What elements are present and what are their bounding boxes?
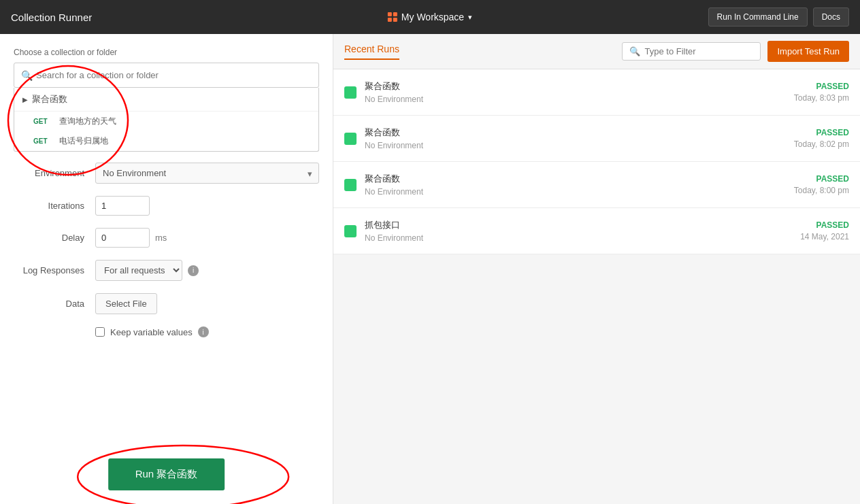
- run-item[interactable]: 聚合函数 No Environment PASSED Today, 8:03 p…: [333, 69, 860, 116]
- run-status-dot: [344, 225, 357, 237]
- run-env: No Environment: [365, 187, 786, 197]
- delay-control: ms: [95, 228, 319, 248]
- run-result: PASSED Today, 8:03 pm: [794, 82, 849, 103]
- runs-list: 聚合函数 No Environment PASSED Today, 8:03 p…: [333, 69, 860, 254]
- run-button[interactable]: Run 聚合函数: [108, 458, 225, 490]
- environment-control: No Environment ▾: [95, 163, 319, 184]
- delay-label: Delay: [14, 233, 95, 243]
- choose-label: Choose a collection or folder: [14, 48, 319, 57]
- header: Collection Runner My Workspace ▾ Run In …: [0, 0, 860, 34]
- right-header-actions: 🔍 Import Test Run: [622, 41, 849, 62]
- run-info: 聚合函数 No Environment: [365, 127, 786, 150]
- run-env: No Environment: [365, 233, 792, 243]
- run-status-dot: [344, 133, 357, 145]
- run-result: PASSED 14 May, 2021: [800, 220, 849, 241]
- run-item[interactable]: 聚合函数 No Environment PASSED Today, 8:00 p…: [333, 162, 860, 208]
- run-time: Today, 8:02 pm: [794, 139, 849, 149]
- log-info-icon[interactable]: i: [188, 265, 199, 276]
- recent-runs-tab[interactable]: Recent Runs: [344, 44, 399, 60]
- filter-input-wrap: 🔍: [622, 42, 761, 61]
- run-env: No Environment: [365, 95, 786, 104]
- run-pass-status: PASSED: [800, 220, 849, 230]
- log-select[interactable]: For all requests: [95, 260, 182, 281]
- environment-label: Environment: [14, 168, 95, 178]
- run-time: Today, 8:00 pm: [794, 186, 849, 195]
- search-input[interactable]: [14, 63, 318, 87]
- run-name: 聚合函数: [365, 173, 786, 185]
- expand-arrow-icon: ▶: [22, 96, 28, 103]
- run-info: 聚合函数 No Environment: [365, 173, 786, 197]
- run-pass-status: PASSED: [794, 82, 849, 91]
- data-control: Select File: [95, 293, 319, 314]
- run-name: 抓包接口: [365, 219, 792, 231]
- environment-select-wrapper: No Environment ▾: [95, 163, 319, 184]
- filter-search-icon: 🔍: [629, 46, 640, 56]
- keep-var-row: Keep variable values i: [14, 326, 319, 337]
- right-header: Recent Runs 🔍 Import Test Run: [333, 34, 860, 69]
- log-control: For all requests i: [95, 260, 319, 281]
- run-button-wrapper: Run 聚合函数: [108, 458, 225, 490]
- import-test-run-button[interactable]: Import Test Run: [767, 41, 849, 62]
- run-item[interactable]: 抓包接口 No Environment PASSED 14 May, 2021: [333, 208, 860, 254]
- run-result: PASSED Today, 8:02 pm: [794, 128, 849, 149]
- docs-button[interactable]: Docs: [813, 7, 849, 27]
- method-badge: GET: [33, 118, 54, 125]
- collection-item[interactable]: ▶ 聚合函数: [14, 88, 318, 112]
- left-panel: Choose a collection or folder 🔍 ▶ 聚合函数 G…: [0, 34, 333, 504]
- run-name: 聚合函数: [365, 80, 786, 93]
- keep-var-control: Keep variable values i: [95, 326, 319, 337]
- log-row: Log Responses For all requests i: [14, 260, 319, 281]
- workspace-selector[interactable]: My Workspace ▾: [388, 12, 472, 22]
- search-icon: 🔍: [21, 70, 33, 81]
- run-status-dot: [344, 86, 357, 99]
- environment-select[interactable]: No Environment: [95, 163, 319, 184]
- method-badge: GET: [33, 137, 54, 145]
- run-item[interactable]: 聚合函数 No Environment PASSED Today, 8:02 p…: [333, 116, 860, 162]
- request-name: 查询地方的天气: [59, 116, 116, 127]
- keep-var-label: Keep variable values: [110, 327, 193, 337]
- main-layout: Choose a collection or folder 🔍 ▶ 聚合函数 G…: [0, 34, 860, 504]
- workspace-label: My Workspace: [401, 12, 464, 22]
- filter-input[interactable]: [644, 46, 753, 56]
- run-time: 14 May, 2021: [800, 232, 849, 241]
- log-label: Log Responses: [14, 265, 95, 275]
- app-title: Collection Runner: [11, 12, 92, 23]
- workspace-grid-icon: [388, 12, 397, 22]
- run-pass-status: PASSED: [794, 128, 849, 137]
- log-row-inner: For all requests i: [95, 260, 319, 281]
- iterations-row: Iterations: [14, 196, 319, 216]
- run-time: Today, 8:03 pm: [794, 93, 849, 103]
- environment-row: Environment No Environment ▾: [14, 163, 319, 184]
- collection-name: 聚合函数: [32, 93, 67, 105]
- request-item[interactable]: GET 查询地方的天气: [14, 112, 318, 131]
- iterations-input[interactable]: [95, 196, 150, 216]
- keep-var-checkbox[interactable]: [95, 327, 105, 337]
- run-in-cmd-button[interactable]: Run In Command Line: [708, 7, 808, 27]
- collection-dropdown: ▶ 聚合函数 GET 查询地方的天气 GET 电话号归属地: [14, 88, 319, 152]
- data-row: Data Select File: [14, 293, 319, 314]
- select-file-button[interactable]: Select File: [95, 293, 157, 314]
- run-info: 聚合函数 No Environment: [365, 80, 786, 104]
- data-label: Data: [14, 299, 95, 309]
- request-item[interactable]: GET 电话号归属地: [14, 131, 318, 151]
- run-result: PASSED Today, 8:00 pm: [794, 174, 849, 195]
- keep-var-checkbox-row: Keep variable values i: [95, 326, 319, 337]
- run-name: 聚合函数: [365, 127, 786, 139]
- delay-input[interactable]: [95, 228, 150, 248]
- run-env: No Environment: [365, 141, 786, 150]
- workspace-chevron-icon: ▾: [468, 13, 472, 22]
- form-section: Environment No Environment ▾ Iterations: [14, 163, 319, 337]
- keep-var-info-icon[interactable]: i: [198, 326, 209, 337]
- run-pass-status: PASSED: [794, 174, 849, 184]
- run-status-dot: [344, 179, 357, 191]
- request-name: 电话号归属地: [59, 135, 108, 147]
- iterations-label: Iterations: [14, 201, 95, 211]
- iterations-control: [95, 196, 319, 216]
- run-info: 抓包接口 No Environment: [365, 219, 792, 243]
- ms-label: ms: [155, 233, 167, 243]
- right-panel: Recent Runs 🔍 Import Test Run 聚合函数 No En…: [333, 34, 860, 504]
- header-actions: Run In Command Line Docs: [708, 7, 849, 27]
- delay-row: Delay ms: [14, 228, 319, 248]
- search-box[interactable]: 🔍: [14, 63, 319, 88]
- delay-row-inner: ms: [95, 228, 319, 248]
